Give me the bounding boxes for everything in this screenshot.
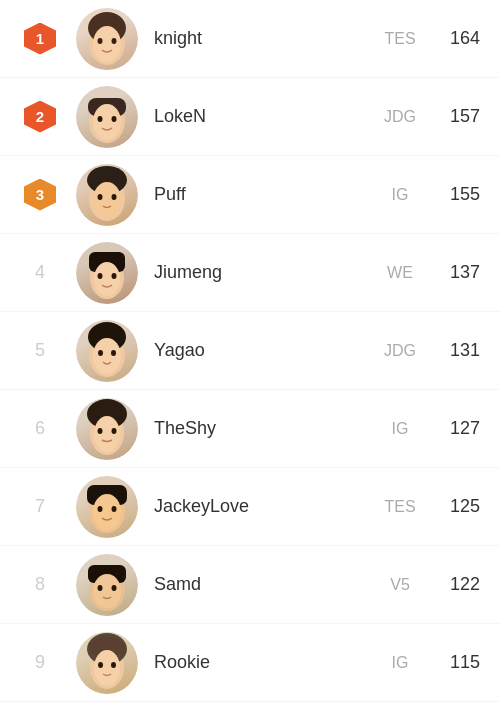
avatar	[76, 320, 138, 382]
table-row: 5YagaoJDG131	[0, 312, 500, 390]
player-score: 131	[430, 340, 480, 361]
player-score: 157	[430, 106, 480, 127]
svg-point-27	[94, 416, 120, 452]
rank-number: 6	[24, 418, 56, 439]
player-name: Yagao	[154, 340, 370, 361]
player-name: JackeyLove	[154, 496, 370, 517]
rank-container: 6	[20, 418, 60, 439]
table-row: 9RookieIG115	[0, 624, 500, 702]
svg-point-2	[93, 26, 121, 62]
avatar	[76, 398, 138, 460]
player-score: 155	[430, 184, 480, 205]
player-name: Puff	[154, 184, 370, 205]
svg-point-37	[93, 574, 121, 608]
svg-point-29	[112, 428, 117, 434]
avatar	[76, 476, 138, 538]
team-name: IG	[370, 654, 430, 672]
svg-point-22	[93, 338, 121, 374]
team-name: IG	[370, 420, 430, 438]
leaderboard: 1knightTES1642LokeNJDG1573PuffIG1554Jium…	[0, 0, 500, 702]
rank-container: 3	[20, 179, 60, 211]
table-row: 7JackeyLoveTES125	[0, 468, 500, 546]
table-row: 4JiumengWE137	[0, 234, 500, 312]
player-score: 137	[430, 262, 480, 283]
table-row: 6TheShyIG127	[0, 390, 500, 468]
table-row: 2LokeNJDG157	[0, 78, 500, 156]
table-row: 1knightTES164	[0, 0, 500, 78]
rank-number: 7	[24, 496, 56, 517]
svg-point-38	[98, 585, 103, 591]
svg-point-17	[94, 262, 120, 296]
avatar	[76, 554, 138, 616]
avatar	[76, 8, 138, 70]
table-row: 3PuffIG155	[0, 156, 500, 234]
player-name: Rookie	[154, 652, 370, 673]
avatar	[76, 164, 138, 226]
team-name: WE	[370, 264, 430, 282]
svg-point-33	[98, 506, 103, 512]
rank-number: 5	[24, 340, 56, 361]
svg-point-13	[98, 194, 103, 200]
player-score: 164	[430, 28, 480, 49]
player-score: 125	[430, 496, 480, 517]
team-name: TES	[370, 30, 430, 48]
svg-point-39	[112, 585, 117, 591]
player-name: Jiumeng	[154, 262, 370, 283]
rank-container: 1	[20, 23, 60, 55]
team-name: JDG	[370, 342, 430, 360]
svg-point-14	[112, 194, 117, 200]
avatar	[76, 86, 138, 148]
svg-point-3	[98, 38, 103, 44]
svg-point-32	[93, 494, 121, 530]
rank-container: 8	[20, 574, 60, 595]
rank-number: 9	[24, 652, 56, 673]
svg-point-7	[93, 104, 121, 140]
svg-point-45	[111, 662, 116, 668]
rank-badge: 3	[24, 179, 56, 211]
table-row: 8SamdV5122	[0, 546, 500, 624]
player-score: 115	[430, 652, 480, 673]
rank-badge: 2	[24, 101, 56, 133]
team-name: TES	[370, 498, 430, 516]
team-name: IG	[370, 186, 430, 204]
svg-point-23	[98, 350, 103, 356]
rank-number: 8	[24, 574, 56, 595]
svg-point-28	[98, 428, 103, 434]
svg-point-18	[98, 273, 103, 279]
player-score: 122	[430, 574, 480, 595]
svg-point-43	[94, 650, 120, 686]
svg-point-4	[112, 38, 117, 44]
svg-point-34	[112, 506, 117, 512]
rank-container: 7	[20, 496, 60, 517]
rank-container: 2	[20, 101, 60, 133]
svg-point-12	[93, 182, 121, 218]
avatar	[76, 242, 138, 304]
svg-point-19	[112, 273, 117, 279]
rank-container: 4	[20, 262, 60, 283]
avatar	[76, 632, 138, 694]
rank-badge: 1	[24, 23, 56, 55]
player-name: TheShy	[154, 418, 370, 439]
player-score: 127	[430, 418, 480, 439]
player-name: LokeN	[154, 106, 370, 127]
player-name: knight	[154, 28, 370, 49]
svg-point-24	[111, 350, 116, 356]
team-name: V5	[370, 576, 430, 594]
player-name: Samd	[154, 574, 370, 595]
svg-point-9	[112, 116, 117, 122]
svg-point-44	[98, 662, 103, 668]
rank-container: 9	[20, 652, 60, 673]
rank-container: 5	[20, 340, 60, 361]
team-name: JDG	[370, 108, 430, 126]
rank-number: 4	[24, 262, 56, 283]
svg-point-8	[98, 116, 103, 122]
